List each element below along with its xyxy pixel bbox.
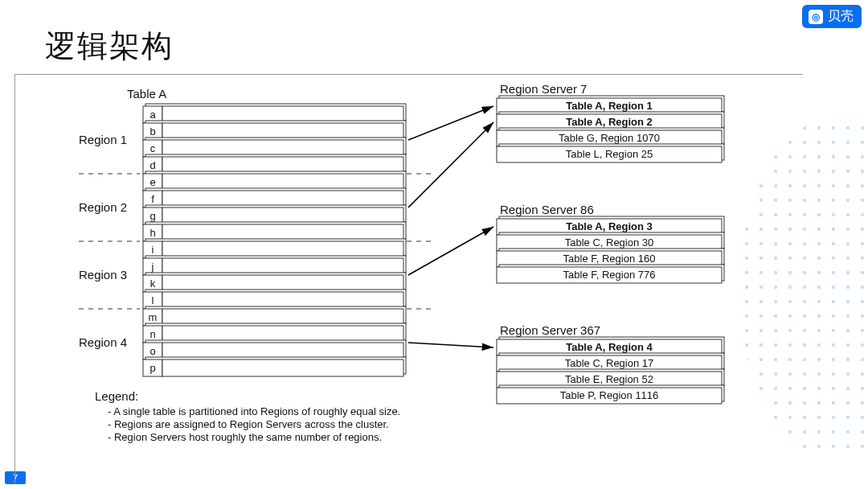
row-key: n — [149, 328, 155, 340]
brand-label: 贝壳 — [828, 8, 854, 25]
server-item: Table C, Region 30 — [565, 236, 654, 249]
legend-line: - Regions are assigned to Region Servers… — [108, 418, 389, 430]
row-key: o — [149, 345, 155, 357]
server-item: Table P, Region 1116 — [560, 389, 659, 401]
region-servers: Region Server 7Table A, Region 1Table A,… — [497, 82, 724, 404]
arrows — [408, 106, 493, 347]
row-key: p — [149, 362, 155, 374]
svg-rect-53 — [162, 360, 403, 376]
legend-line: - A single table is partitioned into Reg… — [108, 405, 400, 417]
server-item: Table G, Region 1070 — [559, 132, 660, 144]
row-key: e — [149, 176, 155, 188]
row-key: k — [150, 277, 156, 290]
server-item: Table A, Region 2 — [566, 116, 653, 128]
row-key: l — [152, 294, 154, 306]
row-key: c — [150, 142, 156, 154]
server-title: Region Server 86 — [500, 203, 594, 216]
slide: ◎ 贝壳 逻辑架构 7 Table A abcdefghijklmnop Reg… — [0, 0, 868, 489]
brand-icon: ◎ — [809, 10, 823, 24]
row-key: i — [152, 244, 154, 256]
row-key: m — [149, 311, 158, 323]
server-title: Region Server 367 — [500, 323, 600, 337]
server-item: Table E, Region 52 — [565, 373, 653, 385]
server-item: Table L, Region 25 — [566, 148, 653, 160]
region-label: Region 2 — [79, 200, 127, 214]
table-a: abcdefghijklmnop — [79, 104, 436, 376]
region-label: Region 3 — [79, 268, 127, 281]
server-title: Region Server 7 — [500, 82, 587, 96]
legend-line: - Region Servers host roughly the same n… — [108, 431, 382, 443]
server-item: Table A, Region 1 — [566, 100, 653, 112]
server-item: Table F, Region 160 — [563, 253, 656, 265]
diagram-canvas: Table A abcdefghijklmnop Region 1Region … — [14, 74, 802, 483]
region-label: Region 4 — [79, 335, 127, 349]
table-title: Table A — [127, 87, 166, 101]
page-title: 逻辑架构 — [45, 26, 174, 67]
server-item: Table C, Region 17 — [565, 357, 654, 369]
arrow — [408, 343, 493, 347]
row-key: f — [151, 193, 154, 205]
server-item: Table A, Region 3 — [566, 220, 653, 232]
row-key: a — [149, 109, 156, 121]
server-item: Table F, Region 776 — [563, 269, 656, 281]
brand-badge: ◎ 贝壳 — [802, 5, 862, 28]
row-key: h — [149, 227, 155, 239]
row-key: b — [149, 125, 155, 138]
arrow — [408, 227, 493, 275]
row-key: g — [149, 210, 155, 222]
row-key: j — [151, 261, 154, 273]
region-label: Region 1 — [79, 133, 127, 146]
row-key: d — [149, 159, 155, 171]
legend: Legend:- A single table is partitioned i… — [95, 389, 400, 443]
server-item: Table A, Region 4 — [566, 341, 653, 353]
legend-title: Legend: — [95, 389, 138, 403]
